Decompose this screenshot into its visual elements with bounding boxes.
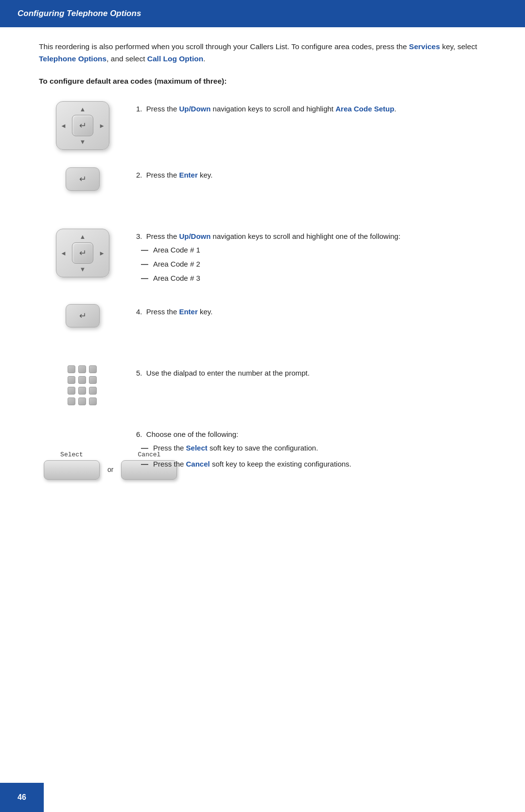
dialpad-key: [68, 365, 75, 373]
intro-text-3: , and select: [106, 54, 147, 63]
intro-text-4: .: [203, 54, 205, 63]
step-5-image: [39, 365, 126, 406]
area-code-3-label: Area Code # 3: [153, 272, 200, 285]
step-6: Select or Cancel 6. Choose one of the fo…: [39, 427, 486, 480]
enter-link-1: Enter: [179, 171, 197, 179]
dialpad-key: [78, 387, 86, 395]
area-code-1-label: Area Code # 1: [153, 244, 200, 256]
header-bar: Configuring Telephone Options: [0, 0, 525, 27]
select-softkey-label: Select: [60, 451, 83, 458]
arrow-up-icon-2: ▲: [80, 233, 86, 240]
enter-link-2: Enter: [179, 307, 197, 316]
cancel-option-item: — Press the Cancel soft key to keep the …: [141, 458, 486, 470]
step-2-image: ↵: [39, 167, 126, 191]
steps-container: ▲ ◄ ► ▼ 1. Press the Up/Down navigation …: [39, 101, 486, 480]
arrow-left-icon: ◄: [60, 122, 67, 129]
dialpad-key: [78, 397, 86, 405]
step-2-text: 2. Press the Enter key.: [136, 167, 486, 181]
dialpad-key: [89, 365, 97, 373]
softkey-or-text: or: [107, 466, 113, 473]
dialpad-icon: [68, 365, 98, 406]
step-4: ↵ 4. Press the Enter key.: [39, 304, 486, 348]
select-option-item: — Press the Select soft key to save the …: [141, 442, 486, 454]
step-5: 5. Use the dialpad to enter the number a…: [39, 365, 486, 409]
arrow-down-icon: ▼: [80, 138, 86, 145]
enter-center-key-2: [72, 242, 93, 264]
select-softkey-button[interactable]: [44, 460, 100, 480]
dialpad-key: [89, 387, 97, 395]
step-6-subitems: — Press the Select soft key to save the …: [141, 442, 486, 470]
updown-link-2: Up/Down: [179, 232, 210, 240]
step-6-image: Select or Cancel: [39, 451, 126, 480]
step-3-image: ▲ ◄ ► ▼: [39, 229, 126, 277]
step-2: ↵ 2. Press the Enter key.: [39, 167, 486, 211]
step-5-text: 5. Use the dialpad to enter the number a…: [136, 365, 486, 379]
dialpad-key: [68, 397, 75, 405]
step-3: ▲ ◄ ► ▼ 3. Press the Up/Down navigation …: [39, 229, 486, 287]
area-code-3-item: —Area Code # 3: [141, 272, 486, 285]
step-4-text: 4. Press the Enter key.: [136, 304, 486, 318]
arrow-down-icon-2: ▼: [80, 266, 86, 273]
footer-bar: 46: [0, 783, 44, 812]
step-3-number: 3.: [136, 232, 146, 240]
header-title: Configuring Telephone Options: [18, 9, 141, 18]
dialpad-key: [89, 376, 97, 384]
step-3-subitems: —Area Code # 1 —Area Code # 2 —Area Code…: [141, 244, 486, 284]
area-code-1-item: —Area Code # 1: [141, 244, 486, 256]
nav-key-icon-1: ▲ ◄ ► ▼: [56, 101, 109, 150]
dialpad-key: [78, 365, 86, 373]
step-1: ▲ ◄ ► ▼ 1. Press the Up/Down navigation …: [39, 101, 486, 150]
step-4-number: 4.: [136, 307, 146, 316]
enter-center-key: [72, 115, 93, 136]
calllog-link: Call Log Option: [147, 54, 203, 63]
step-1-number: 1.: [136, 105, 146, 113]
arrow-right-icon: ►: [99, 122, 105, 129]
step-2-number: 2.: [136, 171, 146, 179]
updown-link-1: Up/Down: [179, 105, 210, 113]
intro-text-1: This reordering is also performed when y…: [39, 42, 409, 51]
area-code-2-item: —Area Code # 2: [141, 258, 486, 271]
select-softkey-wrapper: Select: [44, 451, 100, 480]
services-link: Services: [409, 42, 440, 51]
areacode-setup-link: Area Code Setup: [335, 105, 394, 113]
intro-paragraph: This reordering is also performed when y…: [39, 41, 486, 65]
section-heading: To configure default area codes (maximum…: [39, 77, 486, 86]
dialpad-key: [68, 387, 75, 395]
step-4-image: ↵: [39, 304, 126, 327]
area-code-2-label: Area Code # 2: [153, 258, 200, 271]
enter-key-icon-2: ↵: [66, 304, 100, 327]
enter-key-icon-1: ↵: [66, 167, 100, 191]
step-1-text: 1. Press the Up/Down navigation keys to …: [136, 101, 486, 115]
arrow-right-icon-2: ►: [99, 249, 105, 256]
step-1-image: ▲ ◄ ► ▼: [39, 101, 126, 150]
cancel-highlight: Cancel: [186, 460, 210, 468]
page-number: 46: [18, 793, 26, 802]
dialpad-key: [68, 376, 75, 384]
step-5-number: 5.: [136, 369, 146, 377]
dialpad-key: [78, 376, 86, 384]
arrow-up-icon: ▲: [80, 106, 86, 113]
page-content: This reordering is also performed when y…: [0, 41, 525, 536]
step-3-text: 3. Press the Up/Down navigation keys to …: [136, 229, 486, 287]
step-6-text: 6. Choose one of the following: — Press …: [136, 427, 486, 472]
telephone-link: Telephone Options: [39, 54, 106, 63]
arrow-left-icon-2: ◄: [60, 249, 67, 256]
nav-key-icon-2: ▲ ◄ ► ▼: [56, 229, 109, 277]
step-6-number: 6.: [136, 430, 146, 438]
intro-text-2: key, select: [440, 42, 477, 51]
dialpad-key: [89, 397, 97, 405]
select-highlight: Select: [186, 444, 208, 452]
